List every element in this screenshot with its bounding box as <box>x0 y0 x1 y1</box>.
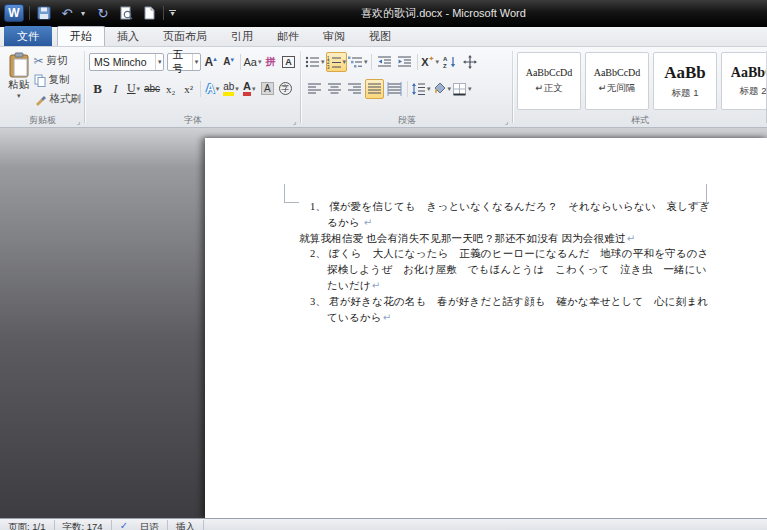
bullets-button[interactable]: ▾ <box>305 52 325 72</box>
subscript-button[interactable]: x₂ <box>162 79 179 99</box>
multilevel-list-button[interactable]: ▾ <box>348 52 368 72</box>
insert-mode-status[interactable]: 插入 <box>168 519 203 530</box>
font-size-combobox[interactable]: 五号 ▾ <box>167 53 201 71</box>
tab-邮件[interactable]: 邮件 <box>265 27 311 46</box>
bullets-icon <box>305 55 320 69</box>
save-icon[interactable] <box>35 4 53 22</box>
redo-icon[interactable]: ↻ <box>94 4 112 22</box>
paragraph-mark-icon: ↵ <box>627 233 636 244</box>
tab-页面布局[interactable]: 页面布局 <box>151 27 219 46</box>
doc-line-4[interactable]: 2、 ぼくら 大人になったら 正義のヒーローになるんだ 地球の平和を守るのさ <box>310 246 710 262</box>
paste-button[interactable]: 粘贴 ▾ <box>4 50 34 112</box>
format-painter-button[interactable]: 格式刷 <box>34 91 82 107</box>
paste-label: 粘贴 <box>8 78 29 92</box>
document-page[interactable]: 1、 僕が愛を信じても きっといなくなるんだろ？ それならいらない 哀しすぎるか… <box>205 138 767 518</box>
cut-button[interactable]: ✂ 剪切 <box>34 53 82 69</box>
svg-text:A: A <box>443 56 448 62</box>
shading-icon <box>432 82 447 96</box>
increase-indent-button[interactable] <box>395 52 414 72</box>
font-dialog-launcher[interactable]: ⌟ <box>290 117 299 126</box>
doc-line-2[interactable]: るから ↵ <box>327 215 710 231</box>
word-logo-icon[interactable]: W <box>4 4 24 22</box>
strikethrough-button[interactable]: abc <box>143 79 161 99</box>
shading-button[interactable]: ▾ <box>432 79 452 99</box>
distribute-icon <box>387 82 402 96</box>
tab-视图[interactable]: 视图 <box>357 27 403 46</box>
paragraph-dialog-launcher[interactable]: ⌟ <box>502 117 511 126</box>
multilevel-list-icon <box>348 55 363 69</box>
tab-开始[interactable]: 开始 <box>57 26 105 46</box>
character-border-button[interactable]: A <box>280 52 297 72</box>
sort-button[interactable]: AZ <box>441 52 460 72</box>
title-bar: W ↶ ▾ ↻ ▾ 喜欢的歌词.docx - Microsoft Word <box>0 0 767 27</box>
align-right-button[interactable] <box>345 79 364 99</box>
borders-button[interactable]: ▾ <box>452 79 472 99</box>
enclose-characters-button[interactable]: 字 <box>277 79 294 99</box>
shrink-font-button[interactable]: A▾ <box>220 52 237 72</box>
clipboard-icon <box>7 52 31 78</box>
clipboard-group-label: 剪贴板 <box>0 114 85 127</box>
style-标题 1[interactable]: AaBb标题 1 <box>653 52 717 110</box>
style-标题 2[interactable]: AaBbC标题 2 <box>721 52 767 110</box>
paragraph-group: ▾ 123 ▾ ▾ X✦ <box>301 47 513 127</box>
numbering-button[interactable]: 123 ▾ <box>326 52 348 72</box>
word-window: W ↶ ▾ ↻ ▾ 喜欢的歌词.docx - Microsoft Word 文件… <box>0 0 767 530</box>
underline-button[interactable]: U▾ <box>125 79 142 99</box>
doc-line-text: ているから <box>327 312 382 323</box>
font-name-dropdown-icon[interactable]: ▾ <box>155 54 162 70</box>
decrease-indent-button[interactable] <box>375 52 394 72</box>
pinyin-guide-button[interactable]: 拼 <box>262 52 279 72</box>
copy-button[interactable]: 复制 <box>34 72 82 88</box>
doc-line-8[interactable]: ているから↵ <box>327 310 710 326</box>
change-case-button[interactable]: Aa▾ <box>244 52 261 72</box>
undo-dropdown-icon[interactable]: ▾ <box>81 9 89 18</box>
tab-文件[interactable]: 文件 <box>4 26 52 46</box>
doc-line-5[interactable]: 探検しようぜ お化け屋敷 でもほんとうは こわくって 泣き虫 一緒にい <box>327 262 710 278</box>
font-color-icon: A <box>243 81 251 96</box>
ribbon-home: 粘贴 ▾ ✂ 剪切 复制 <box>0 47 767 128</box>
bold-button[interactable]: B <box>89 79 106 99</box>
clipboard-dialog-launcher[interactable]: ⌟ <box>74 117 83 126</box>
line-spacing-button[interactable]: ▾ <box>411 79 431 99</box>
tab-引用[interactable]: 引用 <box>219 27 265 46</box>
doc-line-text: 探検しようぜ お化け屋敷 でもほんとうは こわくって 泣き虫 一緒にい <box>327 264 707 275</box>
tab-审阅[interactable]: 审阅 <box>311 27 357 46</box>
show-hide-marks-button[interactable] <box>461 52 480 72</box>
grow-font-button[interactable]: A▴ <box>202 52 219 72</box>
asian-layout-button[interactable]: X✦ ▾ <box>421 52 440 72</box>
spellcheck-icon[interactable]: ✓ <box>112 519 132 530</box>
ribbon-tabs: 文件开始插入页面布局引用邮件审阅视图 <box>0 27 767 47</box>
copy-icon <box>34 74 46 87</box>
doc-line-1[interactable]: 1、 僕が愛を信じても きっといなくなるんだろ？ それならいらない 哀しすぎ <box>310 199 710 215</box>
paste-dropdown-icon[interactable]: ▾ <box>17 92 21 100</box>
italic-button[interactable]: I <box>107 79 124 99</box>
justify-button[interactable] <box>365 79 384 99</box>
highlight-color-button[interactable]: ab▾ <box>222 79 240 99</box>
style-无间隔[interactable]: AaBbCcDd↵无间隔 <box>585 52 649 110</box>
styles-group: AaBbCcDd↵正文AaBbCcDd↵无间隔AaBb标题 1AaBbC标题 2… <box>513 47 767 127</box>
text-effects-button[interactable]: A▾ <box>204 79 221 99</box>
doc-line-7[interactable]: 3、 君が好きな花の名も 春が好きだと話す顔も 確かな幸せとして 心に刻まれ <box>310 294 710 310</box>
font-color-button[interactable]: A▾ <box>241 79 258 99</box>
word-count-status[interactable]: 字数: 174 <box>55 519 111 530</box>
page-number-status[interactable]: 页面: 1/1 <box>0 519 54 530</box>
tab-插入[interactable]: 插入 <box>105 27 151 46</box>
align-left-button[interactable] <box>305 79 324 99</box>
language-status[interactable]: 日语 <box>132 519 167 530</box>
superscript-button[interactable]: x² <box>180 79 197 99</box>
distribute-button[interactable] <box>385 79 404 99</box>
align-center-button[interactable] <box>325 79 344 99</box>
font-size-dropdown-icon[interactable]: ▾ <box>192 54 199 70</box>
font-name-combobox[interactable]: MS Mincho ▾ <box>89 53 164 71</box>
asian-layout-icon: X✦ <box>421 55 434 68</box>
font-size-value: 五号 <box>172 48 188 76</box>
undo-icon[interactable]: ↶ <box>58 4 76 22</box>
doc-line-3[interactable]: 就算我相信爱 也会有消失不见那一天吧？那还不如没有 因为会很难过↵ <box>299 231 710 247</box>
doc-line-6[interactable]: たいだけ↵ <box>327 278 710 294</box>
character-shading-button[interactable]: A <box>259 79 276 99</box>
paragraph-mark-icon: ↵ <box>383 312 392 323</box>
paragraph-mark-icon: ↵ <box>364 217 373 228</box>
cut-label: 剪切 <box>47 54 68 68</box>
pinyin-guide-icon: 拼 <box>265 55 275 69</box>
style-正文[interactable]: AaBbCcDd↵正文 <box>517 52 581 110</box>
